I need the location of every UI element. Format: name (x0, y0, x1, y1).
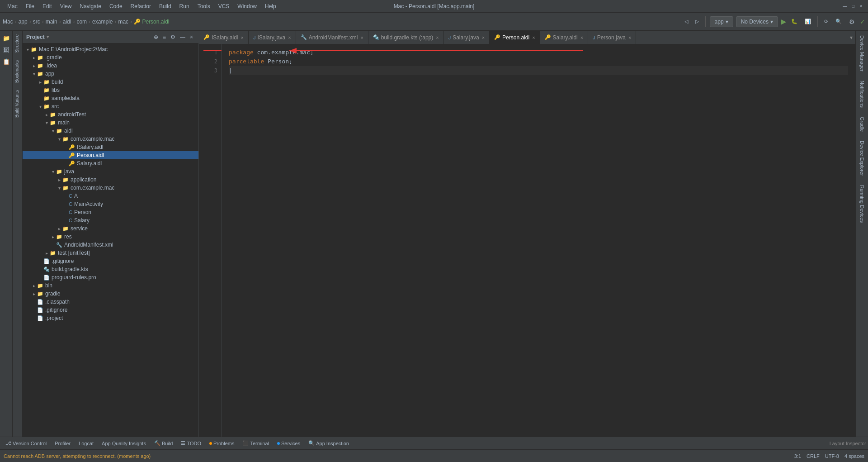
bookmarks-label[interactable]: Bookmarks (13, 57, 22, 86)
breadcrumb-app[interactable]: app (19, 19, 28, 25)
panel-collapse-button[interactable]: ≡ (161, 33, 168, 41)
layout-inspector-label[interactable]: Layout Inspector (830, 441, 866, 446)
breadcrumb-aidl[interactable]: aidl (63, 19, 71, 25)
tree-item-service[interactable]: ▸ 📁 service (23, 224, 198, 233)
tree-item-salary-java[interactable]: ▸ C Salary (23, 216, 198, 224)
build-button[interactable]: 🔨 Build (151, 439, 176, 448)
tab-androidmanifest[interactable]: 🔧 AndroidManifest.xml × (296, 31, 368, 44)
tab-person-java[interactable]: J Person.java × (588, 31, 636, 44)
menu-vcs[interactable]: VCS (215, 2, 233, 10)
app-inspection-button[interactable]: 🔍 App Inspection (305, 439, 353, 448)
breadcrumb-file[interactable]: 🔑 Person.aidl (134, 19, 169, 25)
menu-code[interactable]: Code (106, 2, 126, 10)
tree-item-person-aidl[interactable]: ▸ 🔑 Person.aidl (23, 151, 198, 159)
project-view-icon[interactable]: 📋 (1, 56, 12, 67)
menu-window[interactable]: Window (234, 2, 260, 10)
tab-person-aidl[interactable]: 🔑 Person.aidl × (490, 31, 540, 44)
tab-salary-aidl[interactable]: 🔑 Salary.aidl × (540, 31, 589, 44)
breadcrumb-src[interactable]: src (33, 19, 40, 25)
tabs-overflow[interactable]: ▾ (847, 34, 855, 41)
tab-close-salary-aidl[interactable]: × (580, 35, 583, 40)
breadcrumb-mac2[interactable]: mac (118, 19, 128, 25)
running-devices-label[interactable]: Running Devices (858, 181, 867, 227)
line-ending[interactable]: CRLF (807, 453, 820, 459)
tab-salary-java[interactable]: J Salary.java × (444, 31, 490, 44)
tree-item-salary-aidl[interactable]: ▸ 🔑 Salary.aidl (23, 159, 198, 167)
tree-item-libs[interactable]: ▸ 📁 libs (23, 86, 198, 94)
maximize-button[interactable]: □ (850, 3, 856, 10)
tree-item-res[interactable]: ▸ 📁 res (23, 233, 198, 241)
app-dropdown-button[interactable]: app ▾ (710, 16, 733, 27)
profiler-button[interactable]: Profiler (51, 439, 74, 448)
services-button[interactable]: Services (274, 439, 304, 448)
todo-button[interactable]: ☰ TODO (177, 439, 205, 448)
tree-item-java[interactable]: ▾ 📁 java (23, 167, 198, 176)
breadcrumb-main[interactable]: main (46, 19, 57, 25)
tree-item-test[interactable]: ▸ 📁 test [unitTest] (23, 249, 198, 257)
tree-item-com-example-mac[interactable]: ▾ 📁 com.example.mac (23, 135, 198, 143)
menu-view[interactable]: View (57, 2, 75, 10)
sync-button[interactable]: ⟳ (822, 17, 830, 26)
tab-close-isalary-java[interactable]: × (288, 35, 291, 40)
no-devices-button[interactable]: No Devices ▾ (736, 16, 778, 27)
cursor-position[interactable]: 3:1 (794, 453, 801, 459)
version-control-button[interactable]: ⎇ Version Control (2, 439, 50, 448)
menu-mac[interactable]: Mac (4, 2, 21, 10)
tree-item-gitignore2[interactable]: ▸ 📄 .gitignore (23, 306, 198, 314)
tree-item-build-gradle[interactable]: ▸ 🔩 build.gradle.kts (23, 265, 198, 273)
panel-settings-button[interactable]: ⚙ (169, 33, 177, 41)
menu-edit[interactable]: Edit (39, 2, 56, 10)
tab-close-androidmanifest[interactable]: × (360, 35, 363, 40)
tab-close-build-gradle[interactable]: × (436, 35, 439, 40)
tree-item-main[interactable]: ▾ 📁 main (23, 119, 198, 127)
terminal-button[interactable]: ⬛ Terminal (239, 439, 273, 448)
nav-back-button[interactable]: ◁ (682, 17, 690, 26)
breadcrumb-mac[interactable]: Mac (3, 19, 13, 25)
tree-item-bin[interactable]: ▸ 📁 bin (23, 281, 198, 290)
tree-item-proguard[interactable]: ▸ 📄 proguard-rules.pro (23, 273, 198, 281)
tree-item-app[interactable]: ▾ 📁 app (23, 70, 198, 78)
tab-close-isalary-aidl[interactable]: × (241, 35, 243, 40)
tab-close-person-aidl[interactable]: × (532, 35, 535, 40)
structure-label[interactable]: Structure (13, 31, 22, 57)
menu-refactor[interactable]: Refactor (127, 2, 155, 10)
panel-locate-button[interactable]: ⊕ (152, 33, 160, 41)
menu-run[interactable]: Run (176, 2, 193, 10)
tree-item-gitignore[interactable]: ▸ 📄 .gitignore (23, 257, 198, 265)
breadcrumb-com[interactable]: com (76, 19, 87, 25)
resource-manager-icon[interactable]: 🖼 (1, 44, 12, 55)
menu-build[interactable]: Build (156, 2, 175, 10)
device-explorer-label[interactable]: Device Explorer (858, 136, 867, 181)
menu-navigate[interactable]: Navigate (76, 2, 105, 10)
notifications-label[interactable]: Notifications (858, 76, 867, 112)
code-content[interactable]: package com.example.mac; parcelable Pers… (222, 44, 855, 437)
menu-file[interactable]: File (22, 2, 38, 10)
build-variants-label[interactable]: Build Variants (13, 86, 22, 121)
indent[interactable]: 4 spaces (844, 453, 864, 459)
run-button[interactable]: ▶ (781, 17, 786, 26)
tree-item-androidtest[interactable]: ▸ 📁 androidTest (23, 110, 198, 119)
tree-item-gradle[interactable]: ▸ 📁 .gradle (23, 53, 198, 62)
tree-item-mainactivity[interactable]: ▸ C MainActivity (23, 200, 198, 208)
tree-item-aidl[interactable]: ▾ 📁 aidl (23, 127, 198, 135)
profile-button[interactable]: 📊 (802, 17, 813, 26)
panel-close-button[interactable]: × (188, 33, 195, 41)
app-quality-button[interactable]: App Quality Insights (98, 439, 150, 448)
tree-item-build[interactable]: ▸ 📁 build (23, 78, 198, 86)
logcat-button[interactable]: Logcat (75, 439, 97, 448)
tab-close-salary-java[interactable]: × (482, 35, 485, 40)
debug-button[interactable]: 🐛 (789, 17, 800, 26)
tree-item-com-example-mac2[interactable]: ▾ 📁 com.example.mac (23, 184, 198, 192)
device-manager-label[interactable]: Device Manager (858, 31, 867, 76)
tree-item-isalary-aidl[interactable]: ▸ 🔑 ISalary.aidl (23, 143, 198, 151)
tree-item-sampledata[interactable]: ▸ 📁 sampledata (23, 94, 198, 102)
panel-hide-button[interactable]: — (178, 33, 187, 41)
nav-forward-button[interactable]: ▷ (693, 17, 701, 26)
tree-item-androidmanifest[interactable]: ▸ 🔧 AndroidManifest.xml (23, 241, 198, 249)
tab-build-gradle[interactable]: 🔩 build.gradle.kts (:app) × (368, 31, 444, 44)
project-icon[interactable]: 📁 (1, 33, 12, 43)
menu-help[interactable]: Help (261, 2, 280, 10)
tab-close-person-java[interactable]: × (628, 35, 631, 40)
close-button[interactable]: × (858, 3, 864, 10)
search-button[interactable]: 🔍 (833, 17, 844, 26)
